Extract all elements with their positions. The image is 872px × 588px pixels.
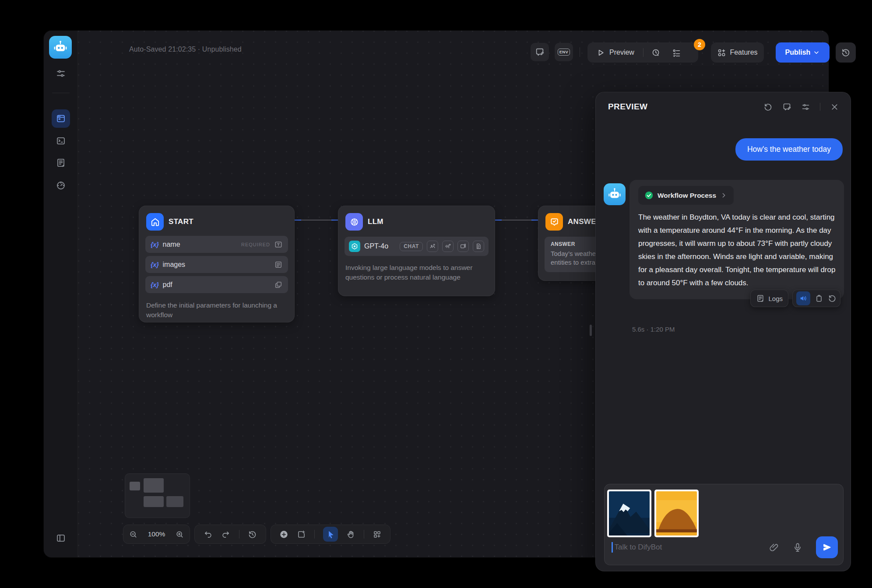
undo-icon[interactable] bbox=[204, 530, 213, 539]
version-history-button[interactable] bbox=[836, 42, 856, 63]
bot-avatar bbox=[604, 183, 626, 205]
start-field-images: {x} images bbox=[145, 256, 288, 273]
change-history-icon[interactable] bbox=[248, 530, 257, 539]
dify-workflow-app: Auto-Saved 21:02:35 · Unpublished ENV Pr… bbox=[0, 0, 872, 588]
send-button[interactable] bbox=[816, 536, 838, 558]
features-button[interactable]: Features bbox=[711, 42, 764, 63]
close-icon[interactable] bbox=[830, 102, 839, 112]
zoom-in-icon[interactable] bbox=[175, 530, 184, 539]
node-start[interactable]: START {x} name REQUIRED {x} images {x} p… bbox=[139, 206, 295, 322]
message-meta: 5.6s · 1:20 PM bbox=[632, 326, 675, 333]
logs-label: Logs bbox=[768, 295, 783, 302]
zoom-out-icon[interactable] bbox=[129, 530, 138, 539]
chat-input[interactable] bbox=[615, 543, 769, 552]
start-field-pdf: {x} pdf bbox=[145, 276, 288, 293]
attach-file-icon[interactable] bbox=[769, 542, 779, 553]
history-icon bbox=[841, 48, 851, 57]
edge-start-llm bbox=[295, 220, 338, 220]
sidebar-item-monitoring[interactable] bbox=[56, 180, 66, 191]
edge-llm-answer bbox=[495, 220, 538, 220]
send-icon bbox=[822, 542, 832, 553]
regenerate-icon[interactable] bbox=[828, 294, 837, 303]
cursor-icon bbox=[326, 530, 335, 539]
app-avatar[interactable] bbox=[49, 36, 72, 59]
canvas-minimap[interactable] bbox=[125, 473, 190, 518]
chat-input-box bbox=[604, 484, 844, 565]
chat-input-row bbox=[612, 536, 838, 559]
env-button[interactable]: ENV bbox=[555, 43, 573, 61]
robot-icon bbox=[53, 39, 68, 55]
message-operations: Logs bbox=[750, 290, 840, 307]
hand-tool-icon[interactable] bbox=[346, 530, 355, 539]
files-icon bbox=[274, 280, 283, 289]
variable-icon: {x} bbox=[151, 261, 159, 268]
header-divider bbox=[820, 103, 820, 111]
redo-icon[interactable] bbox=[221, 530, 230, 539]
variable-icon: {x} bbox=[151, 241, 159, 248]
speak-button[interactable] bbox=[796, 291, 810, 305]
chat-mode-badge: CHAT bbox=[400, 242, 423, 251]
sidebar-item-api[interactable] bbox=[56, 136, 66, 146]
play-icon bbox=[596, 48, 605, 57]
preview-title: PREVIEW bbox=[608, 102, 647, 112]
text-caret bbox=[612, 542, 613, 553]
node-llm-title: LLM bbox=[368, 217, 383, 226]
pointer-tool[interactable] bbox=[323, 527, 338, 542]
preview-run-button[interactable]: Preview bbox=[587, 48, 634, 57]
publish-label: Publish bbox=[785, 49, 811, 56]
undo-redo-controls bbox=[194, 525, 266, 544]
collapse-sidebar-icon[interactable] bbox=[56, 533, 66, 543]
robot-icon bbox=[607, 187, 622, 202]
app-settings-icon[interactable] bbox=[56, 68, 66, 79]
list-field-icon bbox=[274, 260, 283, 269]
workflow-process-toggle[interactable]: Workflow Process bbox=[638, 186, 734, 205]
features-label: Features bbox=[730, 49, 757, 56]
user-message-bubble: How's the weather today bbox=[735, 138, 843, 161]
checklist-button[interactable] bbox=[672, 48, 681, 57]
publish-button[interactable]: Publish bbox=[776, 42, 830, 63]
node-llm[interactable]: LLM GPT-4o CHAT bbox=[338, 206, 495, 296]
sidebar-item-logs[interactable] bbox=[56, 158, 66, 168]
bot-message-card: Workflow Process The weather in Boydton,… bbox=[629, 180, 844, 299]
annotation-button[interactable] bbox=[531, 43, 549, 61]
features-icon bbox=[717, 48, 726, 57]
logs-button[interactable]: Logs bbox=[750, 290, 788, 307]
add-node-icon[interactable] bbox=[279, 530, 288, 539]
llm-icon bbox=[345, 213, 363, 231]
chevron-down-icon bbox=[813, 49, 820, 56]
run-group: Preview 2 bbox=[587, 42, 698, 63]
checklist-icon bbox=[672, 48, 681, 57]
attached-image-orange-mountain[interactable] bbox=[654, 490, 699, 537]
copy-icon[interactable] bbox=[815, 294, 823, 303]
home-icon bbox=[146, 213, 164, 231]
app-sidebar bbox=[44, 31, 78, 557]
run-history-button[interactable] bbox=[651, 48, 661, 57]
organize-blocks-icon[interactable] bbox=[373, 530, 382, 539]
sidebar-item-orchestrate[interactable] bbox=[52, 109, 70, 128]
restart-conversation-icon[interactable] bbox=[763, 102, 773, 112]
group-divider bbox=[643, 48, 643, 57]
canvas-tools bbox=[271, 525, 390, 544]
bot-message-text: The weather in Boydton, VA today is clea… bbox=[638, 211, 836, 290]
toolbar-divider bbox=[580, 47, 580, 57]
variable-icon: {x} bbox=[151, 281, 159, 288]
clock-play-icon bbox=[651, 48, 661, 57]
annotation-icon[interactable] bbox=[782, 102, 791, 112]
add-note-icon[interactable] bbox=[297, 530, 306, 539]
vision-capability-icon bbox=[427, 241, 438, 252]
panel-resize-handle[interactable] bbox=[590, 325, 592, 336]
llm-model-row[interactable]: GPT-4o CHAT bbox=[345, 237, 489, 256]
preview-panel: PREVIEW How's the weather today Workflow… bbox=[595, 92, 851, 571]
speaker-icon bbox=[799, 294, 808, 303]
settings-sliders-icon[interactable] bbox=[801, 102, 810, 112]
chevron-right-icon bbox=[720, 192, 728, 199]
microphone-icon[interactable] bbox=[792, 542, 803, 553]
success-check-icon bbox=[644, 191, 654, 200]
zoom-level[interactable]: 100% bbox=[146, 530, 167, 538]
zoom-controls: 100% bbox=[123, 525, 190, 544]
openai-icon bbox=[349, 241, 360, 252]
logs-icon bbox=[756, 294, 765, 303]
start-field-name: {x} name REQUIRED bbox=[145, 236, 288, 253]
env-icon: ENV bbox=[558, 49, 570, 56]
attached-image-blue-mountain[interactable] bbox=[607, 490, 651, 537]
